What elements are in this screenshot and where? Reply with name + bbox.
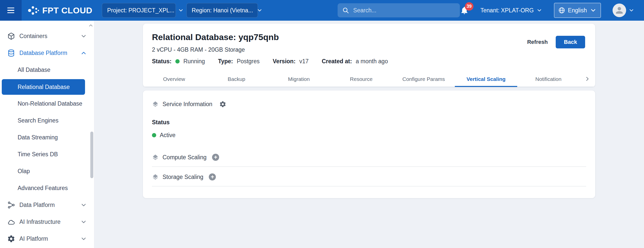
- search-icon: [342, 7, 349, 14]
- storage-scaling-title: Storage Scaling: [163, 174, 203, 180]
- status-value: Running: [183, 58, 205, 65]
- tenant-selector[interactable]: Tenant: XPLAT-ORG: [480, 7, 542, 14]
- notifications-button[interactable]: 39: [460, 6, 469, 15]
- layers-icon: [152, 154, 159, 161]
- notification-badge: 39: [465, 2, 473, 11]
- sidebar-item-label: Containers: [19, 33, 76, 40]
- sidebar-item-non-relational-database[interactable]: Non-Relational Database: [0, 95, 94, 112]
- database-icon: [7, 49, 15, 57]
- sidebar-item-data-platform[interactable]: Data Platform: [0, 197, 94, 213]
- service-information-section: Service Information: [152, 101, 586, 108]
- chevron-up-icon: [80, 50, 87, 56]
- fpt-cloud-logo: FPT CLOUD: [27, 5, 92, 16]
- chevron-down-icon: [590, 7, 597, 14]
- compute-scaling-section: Compute Scaling +: [152, 147, 586, 167]
- language-selector[interactable]: English: [554, 3, 601, 18]
- tab-notification[interactable]: Notification: [517, 71, 580, 87]
- person-icon: [614, 5, 624, 15]
- sidebar-item-all-database[interactable]: All Database: [0, 61, 94, 78]
- status-label: Status:: [152, 58, 172, 65]
- add-storage-scaling-button[interactable]: +: [209, 173, 216, 180]
- sidebar-item-ai-platform[interactable]: AI Platform: [0, 230, 94, 247]
- sidebar-item-ai-infrastructure[interactable]: AI Infrastructure: [0, 213, 94, 230]
- tab-vertical-scaling[interactable]: Vertical Scaling: [455, 71, 517, 87]
- tab-bar: Overview Backup Migration Resource Confi…: [143, 71, 595, 87]
- layers-icon: [152, 174, 159, 180]
- sidebar-item-time-series-db[interactable]: Time Series DB: [0, 146, 94, 163]
- service-status-label: Status: [152, 119, 586, 126]
- region-selector[interactable]: Region: Hanoi (Vietna...: [186, 3, 258, 18]
- add-compute-scaling-button[interactable]: +: [212, 154, 219, 161]
- tabs-overflow-button[interactable]: [580, 71, 595, 86]
- chevron-down-icon: [628, 7, 634, 13]
- tab-overview[interactable]: Overview: [143, 71, 205, 87]
- type-value: Postgres: [237, 58, 260, 65]
- gear-icon[interactable]: [219, 101, 226, 108]
- sidebar-item-search-engines[interactable]: Search Engines: [0, 112, 94, 129]
- type-label: Type:: [218, 58, 233, 65]
- sidebar-item-label: Data Platform: [19, 202, 76, 208]
- sidebar-scrollbar-thumb[interactable]: [90, 132, 93, 178]
- database-header-card: Relational Database: yqp75qnb 2 vCPU - 4…: [143, 24, 595, 87]
- version-label: Version:: [273, 58, 296, 65]
- project-selector-label: Project: PROJECT_XPL...: [107, 7, 174, 14]
- sidebar-item-containers[interactable]: Containers: [0, 28, 94, 45]
- containers-icon: [7, 32, 15, 40]
- main-content: Relational Database: yqp75qnb 2 vCPU - 4…: [94, 21, 644, 248]
- top-navbar: FPT CLOUD Project: PROJECT_XPL... Region…: [0, 0, 644, 21]
- service-status-block: Status Active: [152, 119, 586, 139]
- chevron-down-icon: [80, 235, 87, 242]
- refresh-button[interactable]: Refresh: [527, 36, 548, 48]
- sidebar: Containers Database Platform All Databas…: [0, 21, 94, 248]
- tenant-label: Tenant: XPLAT-ORG: [480, 7, 534, 14]
- sidebar-item-label: AI Infrastructure: [19, 219, 76, 225]
- chevron-down-icon: [257, 7, 263, 13]
- back-button[interactable]: Back: [556, 36, 585, 48]
- sidebar-item-relational-database[interactable]: Relational Database: [2, 79, 85, 95]
- chevron-down-icon: [178, 7, 184, 13]
- database-meta-row: Status: Running Type: Postgres Version: …: [152, 58, 388, 65]
- fpt-logo-icon: [27, 5, 39, 16]
- sidebar-item-advanced-features[interactable]: Advanced Features: [0, 180, 94, 197]
- chevron-down-icon: [80, 202, 87, 208]
- tab-backup[interactable]: Backup: [205, 71, 268, 87]
- sidebar-item-label: Database Platform: [19, 50, 76, 56]
- menu-button[interactable]: [0, 0, 22, 21]
- tab-resource[interactable]: Resource: [330, 71, 392, 87]
- chevron-right-icon: [584, 76, 591, 82]
- sidebar-item-data-streaming[interactable]: Data Streaming: [0, 129, 94, 146]
- version-group: Version: v17: [273, 58, 309, 65]
- chevron-down-icon: [80, 33, 87, 40]
- sidebar-item-label: AI Platform: [19, 235, 76, 242]
- language-label: English: [568, 7, 587, 14]
- chevron-down-icon: [536, 7, 542, 13]
- avatar: [613, 4, 626, 17]
- user-menu[interactable]: [613, 4, 634, 17]
- header-actions: Refresh Back: [527, 32, 585, 65]
- sidebar-database-children: All Database Relational Database Non-Rel…: [0, 61, 94, 197]
- logo-text: FPT CLOUD: [42, 6, 92, 15]
- created-group: Created at: a month ago: [322, 58, 388, 65]
- search-bar[interactable]: [338, 3, 460, 17]
- vertical-scaling-panel: Service Information Status Active Comput…: [143, 90, 595, 198]
- created-at-label: Created at:: [322, 58, 352, 65]
- layers-icon: [152, 101, 159, 108]
- data-platform-icon: [7, 201, 15, 209]
- status-dot-icon: [152, 133, 156, 137]
- sidebar-item-database-platform[interactable]: Database Platform: [0, 45, 94, 61]
- tab-configure-params[interactable]: Configure Params: [392, 71, 455, 87]
- project-selector[interactable]: Project: PROJECT_XPL...: [102, 3, 176, 18]
- compute-scaling-title: Compute Scaling: [163, 154, 207, 161]
- sidebar-item-olap[interactable]: Olap: [0, 163, 94, 180]
- sidebar-scrollbar[interactable]: [90, 21, 93, 248]
- version-value: v17: [299, 58, 309, 65]
- created-at-value: a month ago: [356, 58, 388, 65]
- page-title: Relational Database: yqp75qnb: [152, 32, 388, 42]
- database-specs: 2 vCPU - 4GB RAM - 20GB Storage: [152, 46, 388, 53]
- search-input[interactable]: [353, 7, 455, 14]
- region-selector-label: Region: Hanoi (Vietna...: [192, 7, 253, 14]
- tab-migration[interactable]: Migration: [268, 71, 330, 87]
- database-header-info: Relational Database: yqp75qnb 2 vCPU - 4…: [152, 32, 388, 65]
- ai-infrastructure-icon: [7, 218, 15, 226]
- ai-platform-icon: [7, 235, 15, 243]
